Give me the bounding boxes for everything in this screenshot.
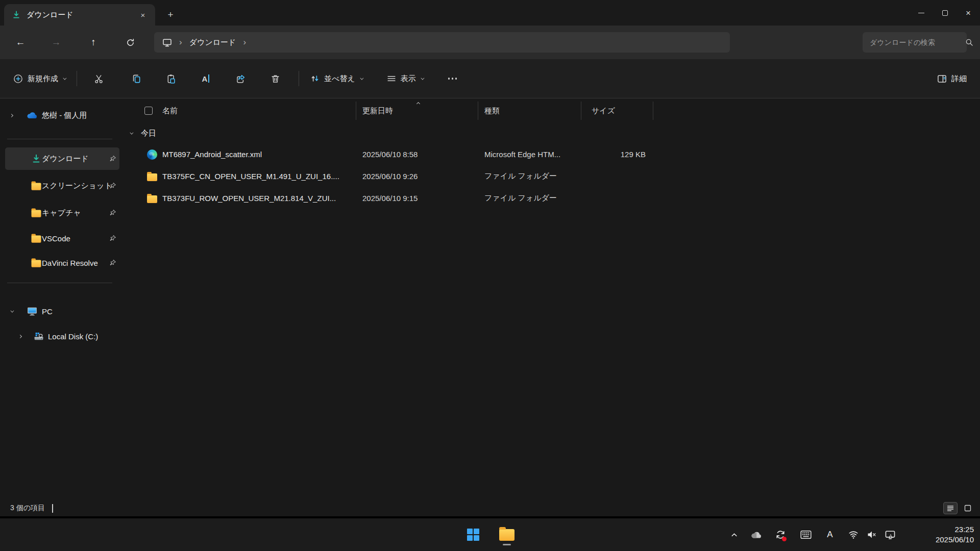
this-pc-monitor-icon	[162, 38, 172, 47]
folder-icon	[147, 173, 157, 181]
toolbar-separator	[77, 71, 77, 86]
forward-button[interactable]: →	[46, 32, 66, 53]
taskbar-clock[interactable]: 23:25 2025/06/10	[936, 518, 974, 551]
sidebar-separator	[7, 139, 112, 139]
folder-icon	[31, 208, 42, 217]
more-options-button[interactable]	[443, 68, 463, 89]
sidebar-item-label: DaVinci Resolve	[42, 259, 98, 267]
tab-bar: ダウンロード × + ×	[0, 0, 980, 26]
column-header-size[interactable]: サイズ	[581, 102, 653, 120]
clock-date: 2025/06/10	[936, 535, 974, 545]
view-button[interactable]: 表示	[381, 68, 429, 89]
file-row[interactable]: MT6897_Android_scatter.xml 2025/06/10 8:…	[125, 143, 975, 165]
details-view-toggle[interactable]	[943, 502, 958, 514]
column-header-type[interactable]: 種類	[478, 102, 581, 120]
file-date-modified: 2025/06/10 8:58	[356, 150, 478, 159]
large-icons-view-toggle[interactable]	[961, 502, 975, 514]
cast-warning-button[interactable]	[881, 518, 899, 551]
file-explorer-window: ダウンロード × + × ← → ↑	[0, 0, 980, 516]
column-headers: 名前 更新日時 種類 サイズ	[125, 101, 980, 121]
sync-tray-button[interactable]	[771, 518, 790, 551]
up-button[interactable]: ↑	[83, 32, 104, 53]
more-options-icon	[448, 78, 457, 80]
cut-button[interactable]	[88, 68, 109, 89]
sidebar-item-downloads[interactable]: ダウンロード	[5, 147, 119, 170]
column-label: サイズ	[592, 106, 615, 116]
chevron-down-icon	[421, 76, 424, 80]
rename-button[interactable]: A	[195, 68, 216, 89]
close-button[interactable]: ×	[957, 0, 980, 26]
minimize-button[interactable]	[910, 0, 933, 26]
back-button[interactable]: ←	[10, 32, 31, 53]
sidebar-item-onedrive[interactable]: 悠樹 - 個人用	[5, 104, 119, 127]
delete-button[interactable]	[265, 68, 285, 89]
view-button-label: 表示	[401, 74, 416, 84]
search-box[interactable]	[863, 32, 967, 53]
onedrive-tray-button[interactable]	[747, 518, 766, 551]
start-button[interactable]	[462, 523, 484, 546]
maximize-button[interactable]	[933, 0, 957, 26]
local-disk-icon	[33, 332, 44, 341]
trash-icon	[271, 74, 280, 84]
folder-icon	[31, 258, 42, 267]
ime-mode-button[interactable]: A	[821, 518, 839, 551]
new-button[interactable]: 新規作成	[7, 68, 71, 89]
select-all-checkbox[interactable]	[144, 107, 153, 115]
search-input[interactable]	[863, 38, 965, 46]
column-header-name[interactable]: 名前	[125, 102, 356, 120]
volume-muted-button[interactable]	[863, 518, 881, 551]
sidebar-item-vscode[interactable]: VSCode	[5, 227, 119, 249]
breadcrumb-item-downloads[interactable]: ダウンロード	[189, 38, 236, 47]
paste-button[interactable]	[161, 68, 181, 89]
file-row[interactable]: TB375FC_CN_OPEN_USER_M1.491_U_ZUI_16....…	[125, 165, 975, 187]
refresh-button[interactable]	[120, 32, 140, 53]
folder-icon	[147, 195, 157, 203]
status-bar: 3 個の項目	[0, 500, 980, 516]
keyboard-icon	[800, 529, 812, 540]
tab-close-icon[interactable]: ×	[136, 8, 150, 22]
share-icon	[236, 74, 246, 84]
column-label: 更新日時	[362, 106, 393, 116]
new-button-label: 新規作成	[28, 74, 58, 84]
column-header-date-modified[interactable]: 更新日時	[356, 102, 478, 120]
file-name: TB373FU_ROW_OPEN_USER_M21.814_V_ZUI...	[162, 194, 336, 203]
group-header-today[interactable]: 今日	[125, 126, 156, 140]
window-body: 悠樹 - 個人用 ダウンロード	[0, 99, 980, 500]
file-explorer-icon	[499, 529, 514, 541]
sort-icon	[310, 74, 320, 83]
file-explorer-taskbar-button[interactable]	[496, 523, 518, 546]
copy-button[interactable]	[126, 68, 146, 89]
sidebar-item-captures[interactable]: キャプチャ	[5, 202, 119, 224]
sidebar-item-label: ダウンロード	[42, 154, 89, 164]
sidebar-item-screenshots[interactable]: スクリーンショット	[5, 174, 119, 197]
breadcrumb[interactable]: › ダウンロード ›	[154, 32, 730, 53]
sidebar-item-pc[interactable]: PC	[5, 300, 119, 322]
wifi-button[interactable]	[844, 518, 863, 551]
details-pane-button[interactable]: 詳細	[931, 68, 973, 89]
system-tray: A	[725, 518, 980, 551]
sidebar-item-davinci-resolve[interactable]: DaVinci Resolve	[5, 252, 119, 274]
taskbar: A	[0, 518, 980, 551]
tab-downloads[interactable]: ダウンロード ×	[4, 4, 155, 26]
minimize-icon	[918, 13, 924, 13]
new-tab-button[interactable]: +	[162, 7, 179, 23]
view-toggles	[943, 502, 975, 514]
volume-muted-icon	[867, 530, 877, 539]
folder-icon	[31, 234, 42, 243]
touch-keyboard-button[interactable]	[797, 518, 815, 551]
column-label: 種類	[484, 106, 500, 116]
folder-icon	[31, 181, 42, 190]
share-button[interactable]	[230, 68, 251, 89]
toolbar-separator	[299, 71, 299, 86]
new-plus-icon	[13, 74, 23, 84]
sort-ascending-icon	[416, 102, 420, 106]
desktop-screen: ダウンロード × + × ← → ↑	[0, 0, 980, 551]
sidebar-item-local-disk-c[interactable]: Local Disk (C:)	[5, 325, 119, 347]
tray-overflow-button[interactable]	[725, 518, 743, 551]
pin-icon	[109, 209, 116, 216]
pin-icon	[109, 182, 116, 189]
file-row[interactable]: TB373FU_ROW_OPEN_USER_M21.814_V_ZUI... 2…	[125, 187, 975, 209]
sidebar-item-label: VSCode	[42, 234, 70, 243]
sort-button[interactable]: 並べ替え	[304, 68, 369, 89]
details-pane-icon	[937, 74, 947, 84]
